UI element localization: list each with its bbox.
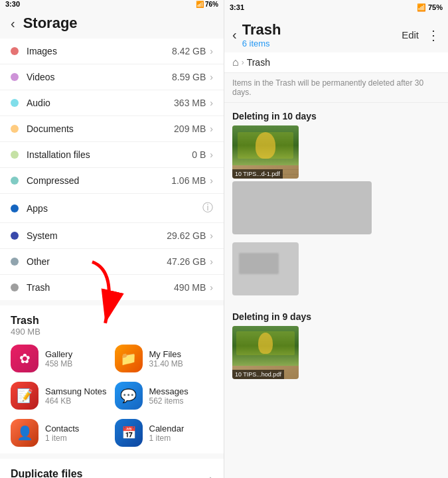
installation-label: Installation files — [27, 149, 192, 160]
compressed-label: Compressed — [27, 175, 171, 186]
documents-dot — [11, 125, 19, 133]
system-dot — [11, 232, 19, 240]
system-label: System — [27, 230, 167, 241]
trash-size: 490 MB — [174, 282, 206, 293]
storage-title: Storage — [23, 15, 78, 32]
videos-label: Videos — [27, 72, 172, 82]
gallery-size: 458 MB — [45, 359, 72, 368]
compressed-size: 1.06 MB — [171, 175, 206, 186]
storage-item-system[interactable]: System 29.62 GB › — [0, 223, 224, 249]
apps-dot — [11, 204, 19, 212]
back-button-left[interactable]: ‹ — [11, 16, 15, 31]
apps-label: Apps — [27, 203, 202, 214]
other-chevron: › — [210, 256, 213, 267]
installation-size: 0 B — [192, 149, 206, 160]
list-item[interactable]: 💬 Messages 562 items — [115, 382, 214, 410]
myfiles-info: My Files 31.40 MB — [149, 349, 183, 368]
videos-dot — [11, 73, 19, 81]
trash-chevron: › — [210, 282, 213, 293]
calendar-info: Calendar 1 item — [149, 424, 185, 443]
status-battery-right: 75% — [428, 3, 443, 11]
images-size: 8.42 GB — [172, 46, 206, 56]
trash-label: Trash — [27, 282, 174, 293]
header-actions: Edit ⋮ — [402, 27, 440, 43]
list-item[interactable] — [232, 181, 372, 234]
documents-chevron: › — [210, 123, 213, 134]
compressed-dot — [11, 177, 19, 185]
duplicate-chevron: › — [209, 472, 213, 478]
myfiles-name: My Files — [149, 349, 183, 359]
back-button-right[interactable]: ‹ — [232, 27, 237, 42]
file1-label: 10 TIPS...d-1.pdf — [232, 169, 283, 179]
audio-label: Audio — [27, 98, 174, 108]
status-icons-left-right: 📶 76% — [196, 1, 218, 8]
samsung-notes-size: 464 KB — [45, 396, 107, 406]
storage-item-audio[interactable]: Audio 363 MB › — [0, 90, 224, 116]
list-item[interactable] — [232, 242, 299, 295]
more-button[interactable]: ⋮ — [427, 27, 440, 43]
storage-item-apps[interactable]: Apps ⓘ — [0, 194, 224, 223]
storage-item-images[interactable]: Images 8.42 GB › — [0, 39, 224, 64]
list-item[interactable]: 📝 Samsung Notes 464 KB — [11, 382, 110, 410]
file2-label: 10 TIPS...hod.pdf — [232, 370, 284, 379]
left-panel: 3:30 📶 76% ‹ Storage Images 8.42 GB › Vi… — [0, 0, 224, 478]
apps-info-icon: ⓘ — [202, 201, 213, 215]
storage-item-documents[interactable]: Documents 209 MB › — [0, 116, 224, 142]
edit-button[interactable]: Edit — [402, 29, 419, 40]
trash-header: ‹ Trash 6 items Edit ⋮ — [224, 15, 448, 52]
storage-header: ‹ Storage — [0, 8, 224, 39]
trash-content: Deleting in 10 days 10 TIPS...d-1.pdf — [224, 103, 448, 478]
myfiles-size: 31.40 MB — [149, 359, 183, 368]
calendar-count: 1 item — [149, 434, 185, 443]
storage-item-trash[interactable]: Trash 490 MB › — [0, 275, 224, 300]
videos-size: 8.59 GB — [172, 72, 206, 82]
other-dot — [11, 258, 19, 266]
installation-dot — [11, 151, 19, 159]
calendar-name: Calendar — [149, 424, 185, 434]
contacts-info: Contacts 1 item — [45, 424, 79, 443]
breadcrumb-home-icon[interactable]: ⌂ — [232, 56, 239, 68]
storage-item-other[interactable]: Other 47.26 GB › — [0, 249, 224, 275]
status-icons-right-group: 📶 75% — [417, 3, 443, 12]
samsung-notes-name: Samsung Notes — [45, 386, 107, 396]
trash-apps-section: Trash 490 MB ✿ Gallery 458 MB 📁 My Files — [0, 305, 224, 453]
trash-dot — [11, 283, 19, 291]
storage-item-compressed[interactable]: Compressed 1.06 MB › — [0, 168, 224, 194]
file-grid-9-days: 10 TIPS...hod.pdf — [224, 326, 448, 387]
gallery-info: Gallery 458 MB — [45, 349, 72, 368]
list-item[interactable]: 👤 Contacts 1 item — [11, 419, 110, 447]
trash-item-count: 6 items — [242, 39, 402, 48]
trash-notice: Items in the Trash will be permanently d… — [224, 73, 448, 103]
list-item[interactable]: 📁 My Files 31.40 MB — [115, 345, 214, 372]
list-item[interactable]: ✿ Gallery 458 MB — [11, 345, 110, 372]
other-size: 47.26 GB — [167, 256, 206, 267]
audio-dot — [11, 99, 19, 107]
storage-item-videos[interactable]: Videos 8.59 GB › — [0, 64, 224, 90]
section-10-days-label: Deleting in 10 days — [224, 103, 448, 125]
list-item[interactable]: 10 TIPS...hod.pdf — [232, 326, 299, 379]
storage-item-installation[interactable]: Installation files 0 B › — [0, 142, 224, 168]
audio-chevron: › — [210, 98, 213, 108]
status-time-left: 3:30 — [5, 0, 20, 8]
section-9-days-label: Deleting in 9 days — [224, 303, 448, 326]
myfiles-icon: 📁 — [115, 345, 143, 372]
contacts-count: 1 item — [45, 434, 79, 443]
calendar-icon: 📅 — [115, 419, 143, 447]
samsung-notes-info: Samsung Notes 464 KB — [45, 386, 107, 406]
status-time-right: 3:31 — [230, 3, 244, 11]
breadcrumb: ⌂ › Trash — [224, 52, 448, 73]
storage-list: Images 8.42 GB › Videos 8.59 GB › Audio … — [0, 39, 224, 300]
list-item[interactable]: 📅 Calendar 1 item — [115, 419, 214, 447]
trash-apps-subtitle: 490 MB — [11, 327, 213, 337]
system-size: 29.62 GB — [167, 230, 206, 241]
duplicate-section[interactable]: Duplicate files 2.52 MB › — [0, 459, 224, 478]
documents-size: 209 MB — [174, 123, 206, 134]
samsung-notes-icon: 📝 — [11, 382, 38, 410]
file-grid-10-days: 10 TIPS...d-1.pdf — [224, 125, 448, 242]
installation-chevron: › — [210, 149, 213, 160]
messages-icon: 💬 — [115, 382, 143, 410]
list-item[interactable]: 10 TIPS...d-1.pdf — [232, 125, 299, 179]
status-battery-left: 76% — [205, 1, 218, 8]
contacts-icon: 👤 — [11, 419, 38, 447]
messages-name: Messages — [149, 386, 188, 396]
